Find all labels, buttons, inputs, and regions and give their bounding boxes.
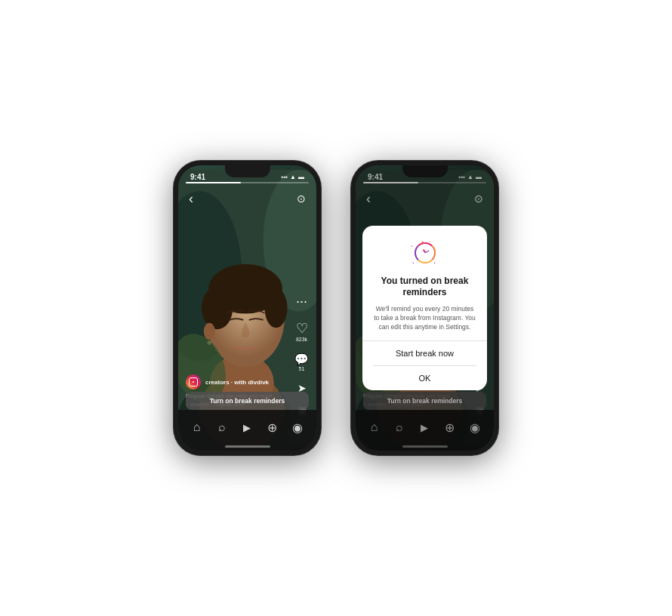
signal-icon-1: ▪▪▪ [282, 174, 288, 180]
time-1: 9:41 [190, 173, 205, 181]
phone-1: 9:41 ▪▪▪ ▲ ▬ ‹ ⊙ ··· ♡ 823k [174, 161, 321, 455]
home-indicator-1 [225, 445, 270, 448]
instagram-logo-1 [186, 374, 201, 390]
svg-point-9 [264, 288, 287, 328]
wifi-icon-1: ▲ [290, 174, 296, 180]
dialog-overlay: ✦ • • • • You turned on break reminders … [356, 165, 494, 451]
clock-icon: ✦ • • • • [410, 238, 440, 268]
back-button-1[interactable]: ‹ [189, 191, 193, 207]
break-reminder-dialog: ✦ • • • • You turned on break reminders … [362, 226, 487, 391]
top-nav-1: ‹ ⊙ [178, 185, 316, 212]
like-button-1[interactable]: ♡ 823k [296, 320, 308, 342]
camera-button-1[interactable]: ⊙ [297, 192, 306, 205]
break-reminder-button-1[interactable]: Turn on break reminders [186, 392, 309, 410]
comment-button-1[interactable]: 💬 51 [294, 353, 309, 371]
sparkle-left: • [412, 244, 413, 248]
phone-2: 9:41 ▪▪▪ ▲ ▬ ‹ ⊙ ··· ♡ 823k [351, 161, 498, 455]
ok-button[interactable]: OK [373, 366, 476, 390]
sparkle-br: • [434, 260, 436, 265]
status-icons-1: ▪▪▪ ▲ ▬ [282, 174, 304, 180]
nav-shop-1[interactable]: ⊕ [262, 417, 283, 438]
nav-search-1[interactable]: ⌕ [211, 417, 233, 438]
nav-reels-1[interactable]: ▶ [236, 417, 257, 438]
creator-row-1: creators · with divdivk [186, 374, 279, 390]
start-break-button[interactable]: Start break now [373, 341, 476, 366]
dialog-body: We'll remind you every 20 minutes to tak… [373, 305, 476, 332]
more-icon-1[interactable]: ··· [296, 294, 307, 310]
notch-1 [225, 165, 270, 177]
nav-profile-1[interactable]: ◉ [287, 417, 308, 438]
sparkle-bl: • [413, 260, 415, 265]
clock-face [415, 242, 436, 263]
svg-point-8 [202, 287, 233, 329]
creator-name-1: creators · with divdivk [205, 379, 269, 386]
dialog-title: You turned on break reminders [373, 276, 476, 299]
clock-hand-min [424, 250, 429, 253]
bottom-nav-1: ⌂ ⌕ ▶ ⊕ ◉ [178, 410, 316, 451]
svg-point-10 [204, 323, 215, 340]
clock-hands [421, 248, 430, 257]
nav-home-1[interactable]: ⌂ [186, 417, 208, 438]
battery-icon-1: ▬ [298, 174, 304, 180]
